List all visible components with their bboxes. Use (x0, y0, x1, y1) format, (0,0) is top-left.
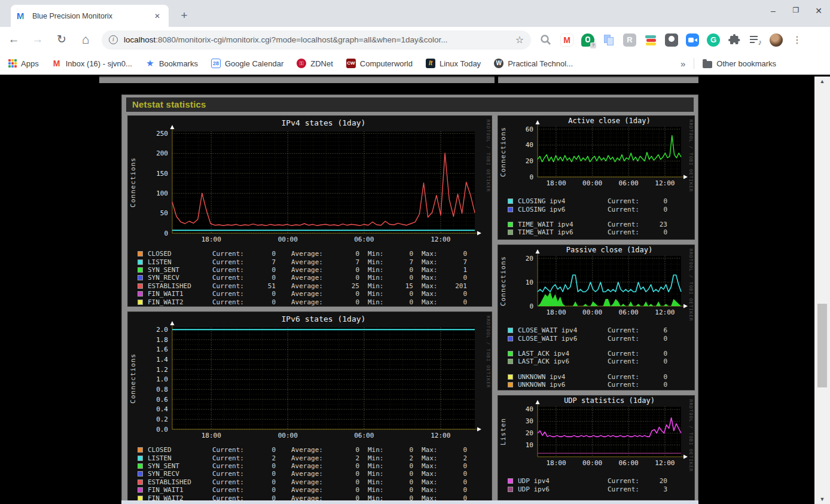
search-extension-icon[interactable] (539, 33, 553, 47)
min-label: Min: (368, 282, 392, 290)
bookmarks-overflow-chevron[interactable]: » (681, 59, 685, 69)
udp-statistics-chart[interactable]: 1020304018:0000:0006:0012:00UDP statisti… (498, 396, 694, 466)
tab-close-icon[interactable]: ✕ (152, 11, 163, 22)
r-extension-icon[interactable]: R (623, 33, 636, 47)
wordpress-icon: W (494, 59, 504, 68)
playlist-extension-icon[interactable]: ♪ (749, 33, 762, 47)
back-icon[interactable]: ← (4, 30, 24, 50)
bookmark-zdnet[interactable]: ⚿ ZDNet (297, 59, 333, 68)
current-value: 0 (254, 446, 276, 454)
window-maximize-button[interactable]: ❐ (789, 6, 802, 16)
min-value: 0 (392, 290, 413, 298)
window-minimize-button[interactable]: – (767, 6, 780, 16)
x-tick-label: 12:00 (655, 459, 675, 466)
bookmark-star-icon[interactable]: ☆ (515, 34, 524, 45)
bookmark-practical-technology[interactable]: W Practical Technol... (494, 59, 573, 68)
max-label: Max: (422, 478, 445, 486)
browser-window: M Blue Precision Monitorix ✕ + – ❐ ✕ ← →… (0, 0, 830, 504)
udp-statistics-graph-panel[interactable]: 1020304018:0000:0006:0012:00UDP statisti… (498, 395, 695, 500)
url-path: :8080/monitorix-cgi/monitorix.cgi?mode=l… (155, 35, 447, 44)
x-tick-label: 00:00 (582, 459, 602, 466)
zoom-meeting-extension-icon[interactable] (686, 33, 699, 47)
url-text[interactable]: localhost:8080/monitorix-cgi/monitorix.c… (124, 35, 511, 44)
passive-close-chart[interactable]: 0102018:0000:0006:0012:00Passive close (… (498, 245, 694, 316)
bookmark-google-calendar[interactable]: 28 Google Calendar (211, 59, 283, 68)
ipv6-states-graph-panel[interactable]: 0.00.20.40.60.81.01.21.41.61.82.018:0000… (127, 311, 492, 504)
ipv4-states-chart[interactable]: 05010015020025018:0000:0006:0012:00IPv4 … (128, 116, 492, 244)
passive-close-graph-panel[interactable]: 0102018:0000:0006:0012:00Passive close (… (498, 245, 695, 390)
profile-avatar[interactable] (770, 33, 783, 47)
bookmark-apps[interactable]: Apps (8, 59, 39, 68)
menu-dots-icon[interactable]: ⋮ (791, 33, 804, 47)
address-bar[interactable]: i localhost:8080/monitorix-cgi/monitorix… (102, 30, 531, 50)
legend-swatch (508, 222, 513, 227)
legend-row-established: ESTABLISHEDCurrent:0Average:0Min:0Max:0 (128, 478, 492, 486)
current-label: Current: (212, 274, 254, 282)
ipv6-states-legend: CLOSEDCurrent:0Average:0Min:0Max:0LISTEN… (128, 446, 492, 502)
max-label: Max: (422, 250, 445, 258)
window-close-button[interactable]: ✕ (812, 6, 825, 16)
books-extension-icon[interactable] (644, 33, 657, 47)
legend-row-established: ESTABLISHEDCurrent:51Average:25Min:15Max… (128, 282, 492, 290)
bookmark-inbox[interactable]: M Inbox (16) - sjvn0... (52, 59, 132, 68)
current-value: 0 (254, 478, 276, 486)
legend-swatch (508, 207, 513, 212)
gmail-extension-icon[interactable]: M (560, 33, 573, 47)
bookmark-label: Practical Technol... (508, 59, 573, 68)
scroll-up-arrow[interactable]: ▲ (814, 77, 830, 86)
max-value: 0 (445, 298, 467, 306)
scrollbar-thumb[interactable] (817, 304, 827, 387)
legend-label: CLOSE_WAIT ipv4 (518, 326, 608, 334)
y-tick-label: 0 (529, 173, 533, 181)
legend-row-syn-recv: SYN_RECVCurrent:0Average:0Min:0Max:0 (128, 470, 492, 478)
current-value: 7 (254, 258, 276, 266)
legend-label: UDP ipv6 (518, 485, 608, 493)
current-label: Current: (608, 197, 651, 205)
new-tab-button[interactable]: + (177, 8, 191, 23)
reader-extension-icon[interactable] (665, 33, 678, 47)
legend-row-unknown-ipv4: UNKNOWN ipv4Current:0 (498, 373, 694, 381)
max-value: 0 (445, 290, 467, 298)
max-label: Max: (422, 462, 445, 470)
bookmarks-bar: Apps M Inbox (16) - sjvn0... ★ Bookmarks… (0, 53, 830, 75)
x-tick-label: 18:00 (546, 459, 566, 466)
current-value: 0 (254, 274, 276, 282)
y-tick-label: 1.8 (156, 336, 168, 344)
section-title: Netstat statistics (126, 97, 694, 112)
y-axis-label: Connections (499, 256, 507, 306)
min-value: 15 (392, 282, 413, 290)
legend-label: SYN_SENT (148, 462, 212, 470)
home-icon[interactable]: ⌂ (75, 30, 96, 50)
bookmark-bookmarks[interactable]: ★ Bookmarks (145, 59, 198, 68)
page-info-icon[interactable]: i (109, 35, 118, 44)
current-label: Current: (608, 326, 651, 334)
average-value: 7 (338, 258, 359, 266)
max-label: Max: (422, 258, 445, 266)
bookmark-computerworld[interactable]: CW Computerworld (346, 59, 413, 68)
phone-extension-icon[interactable]: ? (581, 33, 594, 47)
url-host: localhost (124, 35, 155, 44)
grammarly-extension-icon[interactable]: G (707, 33, 720, 47)
page-scrollbar[interactable]: ▲ ▼ (814, 77, 830, 504)
browser-tab[interactable]: M Blue Precision Monitorix ✕ (11, 5, 169, 27)
bookmark-other-bookmarks[interactable]: Other bookmarks (703, 59, 776, 68)
average-label: Average: (291, 298, 338, 306)
active-close-graph-panel[interactable]: 020406018:0000:0006:0012:00Active close … (498, 115, 695, 240)
extensions-puzzle-icon[interactable] (728, 33, 741, 47)
ipv4-states-graph-panel[interactable]: 05010015020025018:0000:0006:0012:00IPv4 … (127, 115, 492, 307)
active-close-chart[interactable]: 020406018:0000:0006:0012:00Active close … (498, 116, 694, 187)
y-tick-label: 0.0 (156, 426, 168, 433)
legend-label: LISTEN (148, 258, 212, 266)
folder-icon (703, 61, 712, 68)
chart-title: Passive close (1day) (566, 246, 653, 254)
scroll-down-arrow[interactable]: ▼ (814, 494, 830, 504)
legend-row-syn-sent: SYN_SENTCurrent:0Average:0Min:0Max:1 (128, 266, 492, 274)
reload-icon[interactable]: ↻ (51, 30, 72, 50)
legend-swatch (138, 259, 143, 265)
min-label: Min: (368, 446, 392, 454)
current-value: 0 (651, 358, 667, 365)
forward-icon[interactable]: → (28, 30, 48, 50)
copy-pages-extension-icon[interactable] (602, 33, 615, 47)
ipv6-states-chart[interactable]: 0.00.20.40.60.81.01.21.41.61.82.018:0000… (128, 312, 492, 440)
bookmark-linux-today[interactable]: lt Linux Today (426, 59, 481, 68)
